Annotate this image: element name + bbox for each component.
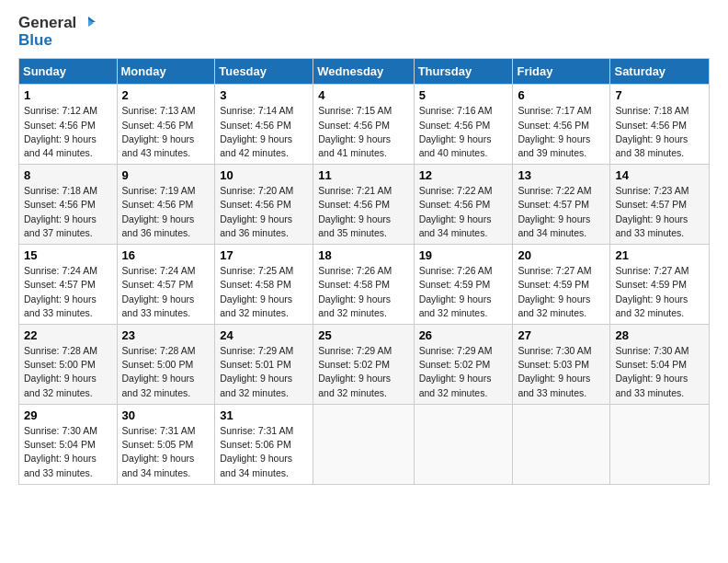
day-number: 2 <box>122 88 210 102</box>
calendar-cell: 26Sunrise: 7:29 AMSunset: 5:02 PMDayligh… <box>414 325 513 405</box>
day-number: 30 <box>122 408 210 422</box>
calendar-cell: 5Sunrise: 7:16 AMSunset: 4:56 PMDaylight… <box>414 85 513 165</box>
day-info: Sunrise: 7:16 AMSunset: 4:56 PMDaylight:… <box>419 104 508 160</box>
day-number: 14 <box>615 168 704 182</box>
day-info: Sunrise: 7:15 AMSunset: 4:56 PMDaylight:… <box>318 104 408 160</box>
calendar-cell: 17Sunrise: 7:25 AMSunset: 4:58 PMDayligh… <box>215 245 313 325</box>
calendar-cell: 12Sunrise: 7:22 AMSunset: 4:56 PMDayligh… <box>414 165 513 245</box>
calendar-cell: 11Sunrise: 7:21 AMSunset: 4:56 PMDayligh… <box>313 165 414 245</box>
day-number: 28 <box>615 328 704 342</box>
day-info: Sunrise: 7:21 AMSunset: 4:56 PMDaylight:… <box>318 184 408 240</box>
day-info: Sunrise: 7:29 AMSunset: 5:02 PMDaylight:… <box>318 344 408 400</box>
calendar-cell: 22Sunrise: 7:28 AMSunset: 5:00 PMDayligh… <box>19 325 118 405</box>
day-info: Sunrise: 7:29 AMSunset: 5:02 PMDaylight:… <box>419 344 508 400</box>
day-number: 10 <box>220 168 308 182</box>
day-number: 20 <box>518 248 605 262</box>
calendar-table: SundayMondayTuesdayWednesdayThursdayFrid… <box>18 58 710 484</box>
calendar-cell: 1Sunrise: 7:12 AMSunset: 4:56 PMDaylight… <box>19 85 118 165</box>
day-number: 9 <box>122 168 210 182</box>
calendar-cell: 20Sunrise: 7:27 AMSunset: 4:59 PMDayligh… <box>513 245 610 325</box>
day-info: Sunrise: 7:12 AMSunset: 4:56 PMDaylight:… <box>24 104 112 160</box>
day-number: 3 <box>220 88 308 102</box>
calendar-cell: 28Sunrise: 7:30 AMSunset: 5:04 PMDayligh… <box>610 325 710 405</box>
logo-general: General <box>18 15 76 32</box>
weekday-header: Wednesday <box>313 59 414 85</box>
weekday-header: Friday <box>513 59 610 85</box>
day-number: 5 <box>419 88 508 102</box>
calendar-cell: 15Sunrise: 7:24 AMSunset: 4:57 PMDayligh… <box>19 245 118 325</box>
day-info: Sunrise: 7:22 AMSunset: 4:56 PMDaylight:… <box>419 184 508 240</box>
day-info: Sunrise: 7:31 AMSunset: 5:05 PMDaylight:… <box>122 424 210 480</box>
day-info: Sunrise: 7:18 AMSunset: 4:56 PMDaylight:… <box>24 184 112 240</box>
weekday-header: Tuesday <box>215 59 313 85</box>
day-info: Sunrise: 7:31 AMSunset: 5:06 PMDaylight:… <box>220 424 308 480</box>
calendar-cell: 8Sunrise: 7:18 AMSunset: 4:56 PMDaylight… <box>19 165 118 245</box>
calendar-cell <box>313 404 414 484</box>
weekday-header-row: SundayMondayTuesdayWednesdayThursdayFrid… <box>19 59 710 85</box>
calendar-week-row: 22Sunrise: 7:28 AMSunset: 5:00 PMDayligh… <box>19 325 710 405</box>
logo-bird-icon <box>79 15 96 31</box>
day-info: Sunrise: 7:17 AMSunset: 4:56 PMDaylight:… <box>518 104 605 160</box>
day-info: Sunrise: 7:20 AMSunset: 4:56 PMDaylight:… <box>220 184 308 240</box>
calendar-cell: 18Sunrise: 7:26 AMSunset: 4:58 PMDayligh… <box>313 245 414 325</box>
day-number: 29 <box>24 408 112 422</box>
logo: General Blue <box>18 15 96 49</box>
day-number: 8 <box>24 168 112 182</box>
logo-blue: Blue <box>18 32 96 50</box>
calendar-cell: 25Sunrise: 7:29 AMSunset: 5:02 PMDayligh… <box>313 325 414 405</box>
day-info: Sunrise: 7:26 AMSunset: 4:59 PMDaylight:… <box>419 264 508 320</box>
calendar-cell: 10Sunrise: 7:20 AMSunset: 4:56 PMDayligh… <box>215 165 313 245</box>
day-number: 19 <box>419 248 508 262</box>
calendar-cell: 4Sunrise: 7:15 AMSunset: 4:56 PMDaylight… <box>313 85 414 165</box>
calendar-cell: 19Sunrise: 7:26 AMSunset: 4:59 PMDayligh… <box>414 245 513 325</box>
calendar-week-row: 15Sunrise: 7:24 AMSunset: 4:57 PMDayligh… <box>19 245 710 325</box>
calendar-cell: 31Sunrise: 7:31 AMSunset: 5:06 PMDayligh… <box>215 404 313 484</box>
calendar-cell: 7Sunrise: 7:18 AMSunset: 4:56 PMDaylight… <box>610 85 710 165</box>
day-info: Sunrise: 7:14 AMSunset: 4:56 PMDaylight:… <box>220 104 308 160</box>
calendar-week-row: 29Sunrise: 7:30 AMSunset: 5:04 PMDayligh… <box>19 404 710 484</box>
calendar-cell: 24Sunrise: 7:29 AMSunset: 5:01 PMDayligh… <box>215 325 313 405</box>
day-info: Sunrise: 7:27 AMSunset: 4:59 PMDaylight:… <box>615 264 704 320</box>
weekday-header: Monday <box>117 59 215 85</box>
day-number: 31 <box>220 408 308 422</box>
weekday-header: Sunday <box>19 59 118 85</box>
day-info: Sunrise: 7:24 AMSunset: 4:57 PMDaylight:… <box>122 264 210 320</box>
day-number: 25 <box>318 328 408 342</box>
day-number: 13 <box>518 168 605 182</box>
day-number: 22 <box>24 328 112 342</box>
calendar-week-row: 1Sunrise: 7:12 AMSunset: 4:56 PMDaylight… <box>19 85 710 165</box>
day-info: Sunrise: 7:28 AMSunset: 5:00 PMDaylight:… <box>24 344 112 400</box>
day-info: Sunrise: 7:30 AMSunset: 5:04 PMDaylight:… <box>24 424 112 480</box>
day-info: Sunrise: 7:27 AMSunset: 4:59 PMDaylight:… <box>518 264 605 320</box>
day-info: Sunrise: 7:18 AMSunset: 4:56 PMDaylight:… <box>615 104 704 160</box>
day-number: 4 <box>318 88 408 102</box>
day-info: Sunrise: 7:24 AMSunset: 4:57 PMDaylight:… <box>24 264 112 320</box>
day-info: Sunrise: 7:13 AMSunset: 4:56 PMDaylight:… <box>122 104 210 160</box>
calendar-cell: 2Sunrise: 7:13 AMSunset: 4:56 PMDaylight… <box>117 85 215 165</box>
day-number: 27 <box>518 328 605 342</box>
day-info: Sunrise: 7:30 AMSunset: 5:04 PMDaylight:… <box>615 344 704 400</box>
calendar-cell <box>610 404 710 484</box>
calendar-cell: 3Sunrise: 7:14 AMSunset: 4:56 PMDaylight… <box>215 85 313 165</box>
calendar-week-row: 8Sunrise: 7:18 AMSunset: 4:56 PMDaylight… <box>19 165 710 245</box>
day-number: 15 <box>24 248 112 262</box>
day-info: Sunrise: 7:26 AMSunset: 4:58 PMDaylight:… <box>318 264 408 320</box>
day-info: Sunrise: 7:30 AMSunset: 5:03 PMDaylight:… <box>518 344 605 400</box>
calendar-cell: 9Sunrise: 7:19 AMSunset: 4:56 PMDaylight… <box>117 165 215 245</box>
day-number: 1 <box>24 88 112 102</box>
calendar-cell: 29Sunrise: 7:30 AMSunset: 5:04 PMDayligh… <box>19 404 118 484</box>
day-number: 17 <box>220 248 308 262</box>
calendar-cell: 16Sunrise: 7:24 AMSunset: 4:57 PMDayligh… <box>117 245 215 325</box>
day-number: 16 <box>122 248 210 262</box>
weekday-header: Saturday <box>610 59 710 85</box>
calendar-cell: 14Sunrise: 7:23 AMSunset: 4:57 PMDayligh… <box>610 165 710 245</box>
day-info: Sunrise: 7:25 AMSunset: 4:58 PMDaylight:… <box>220 264 308 320</box>
day-info: Sunrise: 7:19 AMSunset: 4:56 PMDaylight:… <box>122 184 210 240</box>
day-info: Sunrise: 7:23 AMSunset: 4:57 PMDaylight:… <box>615 184 704 240</box>
day-info: Sunrise: 7:29 AMSunset: 5:01 PMDaylight:… <box>220 344 308 400</box>
page-header: General Blue <box>18 15 710 49</box>
day-number: 24 <box>220 328 308 342</box>
calendar-cell: 30Sunrise: 7:31 AMSunset: 5:05 PMDayligh… <box>117 404 215 484</box>
day-info: Sunrise: 7:22 AMSunset: 4:57 PMDaylight:… <box>518 184 605 240</box>
calendar-cell <box>513 404 610 484</box>
